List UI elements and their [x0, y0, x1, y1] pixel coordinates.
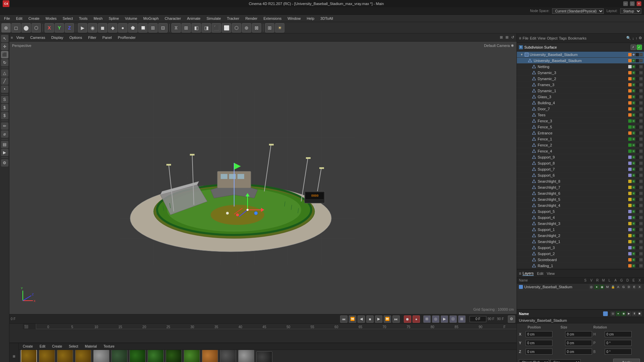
- menu-extensions[interactable]: Extensions: [261, 16, 284, 21]
- pose-button[interactable]: ◎: [432, 315, 439, 323]
- z-pos-input[interactable]: [526, 349, 552, 355]
- obj-row-22[interactable]: Searchlight_6 ⋯: [517, 190, 644, 196]
- mat-searchlight[interactable]: Searchli: [238, 350, 254, 362]
- obj-row-28[interactable]: Support_1 ⋯: [517, 227, 644, 233]
- weight-button[interactable]: ⊠: [458, 315, 466, 323]
- viewport[interactable]: Perspective Default Camera ✱: [9, 42, 517, 314]
- ik-button[interactable]: ⊡: [449, 315, 457, 323]
- prop-icon5[interactable]: ⏸: [632, 311, 637, 316]
- lt-point[interactable]: •: [1, 85, 8, 93]
- menu-mograph[interactable]: MoGraph: [141, 16, 161, 21]
- lt-edge[interactable]: ╱: [1, 77, 8, 85]
- vt-display[interactable]: Display: [49, 35, 66, 40]
- mat-building4[interactable]: Building: [75, 350, 91, 362]
- layer-icon-header[interactable]: [603, 311, 608, 316]
- y-size-input[interactable]: [565, 340, 592, 346]
- mat-field2[interactable]: Field_2_J: [148, 350, 164, 362]
- x-pos-input[interactable]: [526, 331, 552, 337]
- layer-x[interactable]: X: [637, 285, 642, 289]
- tool-mode2[interactable]: ◻: [11, 23, 21, 33]
- obj-row-10[interactable]: Fence_3 ⋯: [517, 118, 644, 124]
- obj-row-12[interactable]: Entrance ⋯: [517, 130, 644, 136]
- z-rot-input[interactable]: [605, 349, 632, 355]
- tool-obj4[interactable]: ⬟: [128, 23, 138, 33]
- menu-create[interactable]: Create: [26, 16, 42, 21]
- tool-p2[interactable]: ◨: [202, 23, 211, 33]
- subdiv-check-off[interactable]: ✗: [631, 45, 636, 50]
- layer-def[interactable]: D: [627, 285, 631, 289]
- mat-menu-material[interactable]: Material: [83, 345, 99, 348]
- obj-row-2[interactable]: Dynamic_3 ⋯: [517, 70, 644, 76]
- menu-window[interactable]: Window: [285, 16, 303, 21]
- obj-row-14[interactable]: Fence_2 ⋯: [517, 142, 644, 148]
- tool-z[interactable]: Z: [65, 23, 74, 33]
- vt-options[interactable]: Options: [67, 35, 85, 40]
- obj-manager-view[interactable]: View: [538, 36, 546, 40]
- obj-row-25[interactable]: Support_5 ⋯: [517, 208, 644, 215]
- layers-tab-view[interactable]: View: [547, 272, 555, 276]
- tool-p4[interactable]: ⬜: [222, 23, 231, 33]
- minimize-button[interactable]: ─: [623, 1, 628, 6]
- lt-rotate[interactable]: ↻: [1, 59, 8, 66]
- obj-row-26[interactable]: Support_4 ⋯: [517, 215, 644, 221]
- layers-tab-edit[interactable]: Edit: [537, 272, 543, 276]
- lt-paint[interactable]: ✏: [1, 122, 8, 130]
- y-pos-input[interactable]: [526, 340, 552, 346]
- obj-row-9[interactable]: Tees ⋯: [517, 112, 644, 118]
- layer-gen[interactable]: G: [621, 285, 626, 289]
- menu-mesh[interactable]: Mesh: [91, 16, 105, 21]
- y-rot-input[interactable]: [605, 340, 632, 346]
- tool-render[interactable]: ▶: [78, 23, 87, 33]
- obj-row-32[interactable]: Support_2 ⋯: [517, 251, 644, 257]
- prop-icon3[interactable]: ◉: [621, 311, 626, 316]
- apply-button[interactable]: Apply: [613, 359, 640, 362]
- menu-animate[interactable]: Animate: [184, 16, 203, 21]
- close-button[interactable]: ✕: [637, 1, 641, 6]
- obj-row-24[interactable]: Searchlight_4 ⋯: [517, 202, 644, 208]
- obj-manager-toggle[interactable]: ≡: [519, 36, 521, 41]
- x-size-input[interactable]: [565, 331, 592, 337]
- tool-light[interactable]: ☀: [275, 23, 284, 33]
- tool-obj6[interactable]: ⊞: [148, 23, 158, 33]
- vt-icon3[interactable]: ↺: [511, 35, 514, 40]
- tool-p3[interactable]: ⬛: [212, 23, 221, 33]
- mat-menu-texture[interactable]: Texture: [102, 345, 117, 348]
- search-icon[interactable]: 🔍: [626, 36, 631, 40]
- tool-obj1[interactable]: ◼: [98, 23, 107, 33]
- nodespace-dropdown[interactable]: Current (Standard/Physical): [552, 8, 604, 14]
- goto-end-button[interactable]: ⏭: [392, 315, 400, 323]
- x-rot-input[interactable]: [605, 331, 632, 337]
- play-reverse-button[interactable]: ◀: [358, 315, 365, 323]
- menu-help[interactable]: Help: [304, 16, 317, 21]
- obj-row-29[interactable]: Searchlight_2 ⋯: [517, 233, 644, 239]
- tool-move[interactable]: ⊕: [1, 23, 11, 33]
- record-button[interactable]: ⏺: [404, 315, 411, 323]
- layers-tab-layers[interactable]: Layers: [523, 271, 534, 276]
- tool-ipr[interactable]: ◉: [88, 23, 97, 33]
- lt-snap[interactable]: S: [1, 96, 8, 103]
- prop-icon6[interactable]: ⏹: [637, 311, 642, 316]
- obj-row-17[interactable]: Support_8 ⋯: [517, 160, 644, 166]
- obj-row-0[interactable]: University_Baseball_Stadium ⋯: [517, 58, 644, 64]
- maximize-button[interactable]: □: [630, 1, 635, 6]
- mat-netting[interactable]: Netting_: [220, 350, 236, 362]
- mat-field1[interactable]: Field_1_J: [129, 350, 146, 362]
- obj-row-23[interactable]: Searchlight_5 ⋯: [517, 196, 644, 202]
- lt-move[interactable]: ✛: [1, 43, 8, 50]
- obj-row-4[interactable]: Frames_3 ⋯: [517, 82, 644, 88]
- mat-field3[interactable]: Field_3_J: [166, 350, 182, 362]
- menu-character[interactable]: Character: [162, 16, 183, 21]
- obj-row-13[interactable]: Fence_1 ⋯: [517, 136, 644, 142]
- menu-3dtoall[interactable]: 3DToAll: [318, 16, 336, 21]
- lt-layer[interactable]: ▤: [1, 141, 8, 148]
- obj-row-5[interactable]: Dynamic_1 ⋯: [517, 88, 644, 94]
- layer-anim[interactable]: A: [616, 285, 621, 289]
- mat-menu-select[interactable]: Select: [67, 345, 80, 348]
- obj-row-27[interactable]: Searchlight_3 ⋯: [517, 221, 644, 227]
- mat-menu-create2[interactable]: Create: [50, 345, 64, 348]
- obj-row-1[interactable]: Netting ⋯: [517, 64, 644, 70]
- tool-p5[interactable]: ⬡: [232, 23, 241, 33]
- layer-row-stadium[interactable]: University_Baseball_Stadium ◎ ● ◉ M 🔒 A …: [517, 284, 644, 290]
- menu-tracker[interactable]: Tracker: [224, 16, 242, 21]
- z-size-input[interactable]: [565, 349, 592, 355]
